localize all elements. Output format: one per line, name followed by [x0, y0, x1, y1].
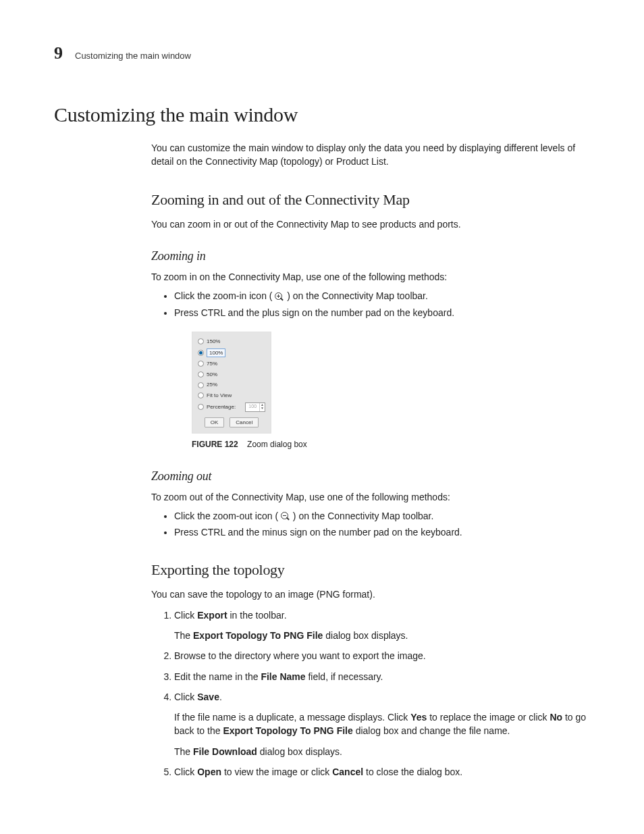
zoom-out-icon	[281, 512, 290, 521]
zoom-option-150[interactable]: 150%	[195, 336, 268, 347]
page-title: Customizing the main window	[54, 100, 590, 130]
running-title: Customizing the main window	[75, 50, 191, 63]
zoom-option-fit[interactable]: Fit to View	[195, 390, 268, 401]
zoom-option-100[interactable]: 100%	[195, 347, 268, 359]
section-export-title: Exporting the topology	[151, 559, 590, 581]
zoom-out-intro: To zoom out of the Connectivity Map, use…	[151, 490, 590, 504]
zoom-out-list: Click the zoom-out icon ( ) on the Conne…	[151, 509, 590, 540]
subsection-zoom-out-title: Zooming out	[151, 467, 590, 485]
list-item: Browse to the directory where you want t…	[174, 649, 590, 662]
step-substep: If the file name is a duplicate, a messa…	[174, 710, 590, 738]
section-zoom-title: Zooming in and out of the Connectivity M…	[151, 189, 590, 211]
step-substep: The File Download dialog box displays.	[174, 745, 590, 758]
zoom-option-25[interactable]: 25%	[195, 380, 268, 390]
zoom-in-list: Click the zoom-in icon ( ) on the Connec…	[151, 289, 590, 319]
radio-icon	[198, 371, 204, 377]
radio-icon	[198, 392, 204, 398]
list-item: Click Save. If the file name is a duplic…	[174, 690, 590, 758]
zoom-in-intro: To zoom in on the Connectivity Map, use …	[151, 270, 590, 284]
page-header: 9 Customizing the main window	[54, 41, 590, 66]
content-body: You can customize the main window to dis…	[151, 141, 590, 779]
cancel-button[interactable]: Cancel	[230, 417, 259, 428]
zoom-in-icon	[275, 292, 284, 302]
figure-zoom-dialog: 150% 100% 75% 50% 25% Fit to View	[192, 332, 590, 451]
section-export-intro: You can save the topology to an image (P…	[151, 588, 590, 601]
list-item: Press CTRL and the plus sign on the numb…	[174, 306, 590, 319]
list-item: Click Export in the toolbar. The Export …	[174, 608, 590, 643]
radio-icon	[198, 361, 204, 367]
chapter-number: 9	[54, 41, 63, 66]
radio-icon	[198, 338, 204, 344]
percentage-spinner[interactable]: 100 ▲▼	[245, 402, 265, 412]
ok-button[interactable]: OK	[205, 417, 225, 428]
step-substep: The Export Topology To PNG File dialog b…	[174, 629, 590, 642]
zoom-option-percentage[interactable]: Percentage: 100 ▲▼	[195, 401, 268, 413]
list-item: Click the zoom-in icon ( ) on the Connec…	[174, 289, 590, 303]
radio-icon	[198, 382, 204, 388]
section-zoom-intro: You can zoom in or out of the Connectivi…	[151, 217, 590, 231]
list-item: Edit the name in the File Name field, if…	[174, 670, 590, 683]
spinner-buttons[interactable]: ▲▼	[259, 403, 265, 411]
figure-caption: FIGURE 122 Zoom dialog box	[192, 439, 590, 450]
list-item: Click the zoom-out icon ( ) on the Conne…	[174, 509, 590, 523]
list-item: Press CTRL and the minus sign on the num…	[174, 525, 590, 539]
intro-paragraph: You can customize the main window to dis…	[151, 141, 590, 169]
list-item: Click Open to view the image or click Ca…	[174, 765, 590, 779]
radio-icon	[198, 404, 204, 410]
zoom-option-50[interactable]: 50%	[195, 369, 268, 380]
radio-icon	[198, 350, 204, 356]
zoom-dialog-box: 150% 100% 75% 50% 25% Fit to View	[192, 332, 271, 434]
zoom-option-75[interactable]: 75%	[195, 359, 268, 369]
export-steps: Click Export in the toolbar. The Export …	[151, 608, 590, 779]
subsection-zoom-in-title: Zooming in	[151, 247, 590, 265]
